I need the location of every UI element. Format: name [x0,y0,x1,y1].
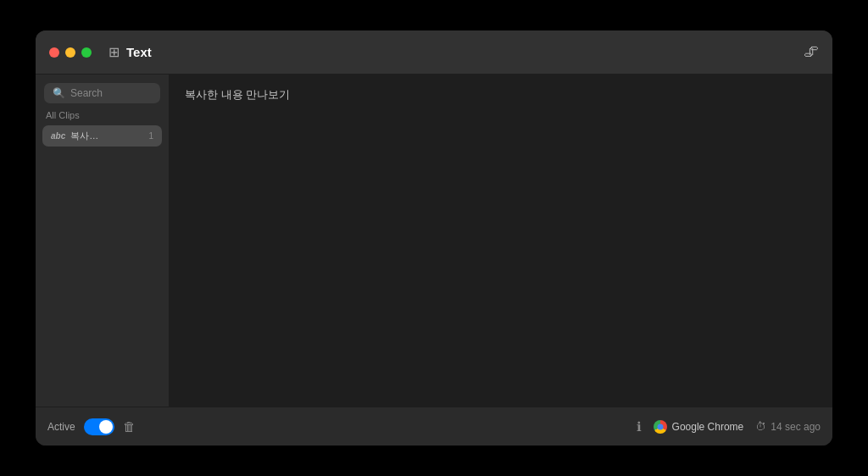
search-input[interactable] [70,87,152,99]
active-label: Active [47,421,75,433]
attach-icon[interactable]: 🖇 [804,43,819,61]
footer-right: ℹ Google Chrome ⏱ 14 sec ago [637,419,821,434]
clip-count: 1 [148,131,153,141]
clip-item[interactable]: abc 복사… 1 [42,125,162,147]
footer-left: Active 🗑 [47,418,136,435]
maximize-button[interactable] [81,47,92,58]
traffic-lights [49,47,92,58]
active-toggle[interactable] [84,418,114,435]
sidebar: 🔍 All Clips abc 복사… 1 [36,75,170,407]
clip-type-badge: abc [51,131,65,141]
delete-icon[interactable]: 🗑 [123,419,136,434]
title-bar-actions: 🖇 [804,43,819,61]
clock-icon: ⏱ [755,420,766,433]
time-label: 14 sec ago [771,421,821,433]
close-button[interactable] [49,47,59,58]
detail-area: 복사한 내용 만나보기 [170,75,832,407]
minimize-button[interactable] [65,47,75,58]
title-bar-center: ⊞ Text [92,44,804,60]
footer: Active 🗑 ℹ Google Chrome ⏱ 14 sec ago [36,407,832,446]
title-bar: ⊞ Text 🖇 [36,30,832,75]
clip-text: 복사… [70,130,143,142]
panel-icon: ⊞ [108,44,120,60]
window-title: Text [126,45,152,59]
info-icon[interactable]: ℹ [637,419,642,434]
main-content: 🔍 All Clips abc 복사… 1 복사한 내용 만나보기 [36,75,832,407]
all-clips-label: All Clips [36,110,169,125]
search-bar[interactable]: 🔍 [44,83,160,103]
search-icon: 🔍 [53,87,65,99]
google-chrome-badge[interactable]: Google Chrome [654,420,744,434]
chrome-icon [654,420,667,434]
chrome-label: Google Chrome [672,421,744,433]
app-window: ⊞ Text 🖇 🔍 All Clips abc 복사… 1 복사한 내용 만나… [36,30,832,446]
time-badge: ⏱ 14 sec ago [755,420,821,433]
detail-content-text: 복사한 내용 만나보기 [185,88,290,101]
